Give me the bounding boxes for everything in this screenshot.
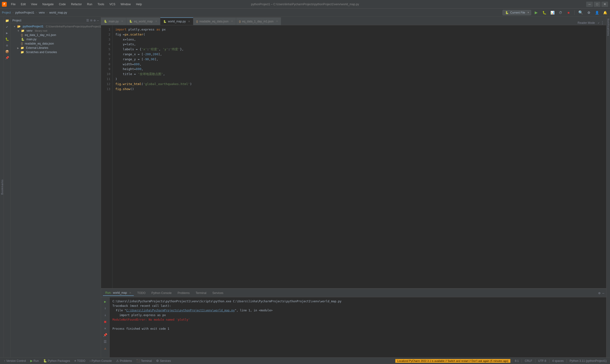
statusbar-indent[interactable]: 4 spaces: [551, 359, 565, 363]
statusbar-problems[interactable]: ⚠ Problems: [114, 359, 134, 363]
project-breadcrumb[interactable]: Project: [2, 11, 11, 14]
stop-run-icon[interactable]: ■: [103, 319, 108, 325]
commit-icon[interactable]: ✔: [4, 24, 10, 29]
user-button[interactable]: 👤: [594, 10, 600, 16]
statusbar-crlf[interactable]: CRLF: [523, 359, 533, 363]
tree-item-venv[interactable]: ▼ 📁 venv library root: [11, 29, 101, 33]
tree-item-scratches[interactable]: ▶ 📁 Scratches and Consoles: [11, 50, 101, 54]
menu-refactor[interactable]: Refactor: [69, 2, 84, 7]
bottom-panel: Run: world_map ✕ TODO Python Console Pro…: [101, 288, 606, 357]
tree-item-ext-libs-label: External Libraries: [26, 46, 48, 50]
tree-item-root[interactable]: ▼ 📂 pythonProject1 C:\Users\linha\Pychar…: [11, 24, 101, 29]
tab-main-py[interactable]: 🐍 main.py ✕: [101, 17, 126, 25]
reader-mode-button[interactable]: Reader Mode: [576, 21, 597, 25]
minimize-button[interactable]: ─: [586, 2, 593, 7]
tree-hide-icon[interactable]: —: [97, 19, 99, 22]
menu-window[interactable]: Window: [118, 2, 133, 7]
menu-file[interactable]: File: [9, 2, 18, 7]
tab-world-map-close[interactable]: ✕: [188, 20, 190, 23]
venv-breadcrumb[interactable]: venv: [39, 11, 45, 14]
tree-item-readable-json[interactable]: {} readable_eq_data.json: [11, 41, 101, 46]
pin-icon[interactable]: 📌: [4, 55, 10, 61]
tab-eq-data-close[interactable]: ✕: [276, 20, 278, 23]
search-everywhere-button[interactable]: 🔍: [578, 10, 584, 16]
tree-scope-icon[interactable]: ☰: [86, 19, 89, 22]
bottom-settings-icon[interactable]: ⚙: [598, 291, 600, 295]
statusbar-run[interactable]: ▶ Run: [28, 359, 41, 363]
pin-run-icon[interactable]: 📌: [103, 332, 108, 338]
tab-eq-world-map[interactable]: 🐍 eq_world_map ✕: [126, 17, 160, 25]
file-breadcrumb[interactable]: world_map.py: [49, 11, 67, 14]
statusbar-warning[interactable]: Localized PyCharm 2022.3.1 is available …: [395, 359, 510, 363]
settings-run-icon[interactable]: ☰: [103, 339, 108, 344]
statusbar-todo[interactable]: ≡ TODO: [72, 359, 87, 363]
run-config-selector[interactable]: 🐍 Current File ▼: [503, 10, 531, 15]
settings-button[interactable]: ⚙: [586, 10, 592, 16]
statusbar-encoding[interactable]: UTF-8: [537, 359, 548, 363]
scroll-up-icon[interactable]: ↑: [103, 305, 108, 311]
tab-eq-data[interactable]: {} eq_data_1_day_m1.json ✕: [236, 17, 281, 25]
scroll-down-icon[interactable]: ↓: [103, 312, 108, 318]
menu-help[interactable]: Help: [134, 2, 144, 7]
code-line-6: range_x = [-200,200],: [115, 52, 603, 57]
checkmark-icon[interactable]: ✓: [598, 21, 599, 25]
app-name-breadcrumb[interactable]: pythonProject1: [15, 11, 34, 14]
bottom-tab-problems[interactable]: Problems: [175, 290, 192, 296]
tab-readable-close[interactable]: ✕: [231, 20, 233, 23]
stop-button[interactable]: ■: [565, 10, 572, 16]
menu-edit[interactable]: Edit: [18, 2, 28, 7]
bottom-tab-terminal[interactable]: Terminal: [193, 290, 209, 296]
menu-tools[interactable]: Tools: [95, 2, 106, 7]
statusbar-vcs-label: Version Control: [6, 359, 26, 363]
close-button[interactable]: ✕: [601, 2, 608, 7]
menu-navigate[interactable]: Navigate: [40, 2, 56, 7]
menu-view[interactable]: View: [29, 2, 39, 7]
tab-main-py-close[interactable]: ✕: [121, 20, 123, 23]
run-button[interactable]: ▶: [533, 10, 539, 16]
statusbar-todo-label: TODO: [77, 359, 85, 363]
tab-readable-eq[interactable]: {} readable_eq_data.json ✕: [193, 17, 236, 25]
statusbar-python-version[interactable]: Python 3.11 (pythonProject1): [568, 359, 608, 363]
statusbar-python-console[interactable]: › Python Console: [88, 359, 114, 363]
bottom-minimize-icon[interactable]: —: [602, 291, 604, 295]
run-again-icon[interactable]: ▶: [103, 299, 108, 304]
bottom-tab-python-console[interactable]: Python Console: [149, 290, 174, 296]
tree-collapse-icon[interactable]: ⊟: [91, 19, 92, 22]
debug-icon[interactable]: 🐛: [4, 36, 10, 42]
tree-item-eq-json[interactable]: {} eq_data_1_day_m1.json: [11, 33, 101, 37]
profile-button[interactable]: ⏱: [557, 10, 564, 16]
menu-run[interactable]: Run: [85, 2, 95, 7]
run-icon[interactable]: ▶: [4, 30, 10, 36]
statusbar-vcs[interactable]: ↑ Version Control: [2, 359, 28, 363]
coverage-button[interactable]: 📊: [549, 10, 556, 16]
bookmarks-tab[interactable]: Bookmarks: [1, 179, 4, 195]
menu-code[interactable]: Code: [56, 2, 68, 7]
bottom-tab-run[interactable]: Run: world_map ✕: [103, 290, 134, 296]
statusbar-python-packages[interactable]: 🐍 Python Packages: [41, 359, 72, 363]
error-icon[interactable]: ⚠: [103, 345, 108, 351]
notifications-button[interactable]: 🔔: [602, 10, 608, 16]
tree-settings-icon[interactable]: ⚙: [94, 19, 96, 22]
tree-item-ext-libs[interactable]: ▶ 📁 External Libraries: [11, 46, 101, 50]
services-icon[interactable]: ⚙: [4, 42, 10, 48]
bottom-tab-todo[interactable]: TODO: [135, 290, 148, 296]
tabs-more-icon[interactable]: ⋮: [600, 21, 604, 25]
debug-button[interactable]: 🐛: [541, 10, 547, 16]
python-packages-icon[interactable]: 📦: [4, 49, 10, 54]
maximize-button[interactable]: □: [594, 2, 600, 7]
notifications-label[interactable]: Notifications: [607, 19, 610, 36]
tab-world-map[interactable]: 🐍 world_map.py ✕: [160, 17, 194, 25]
menu-vcs[interactable]: VCS: [107, 2, 118, 7]
close-run-icon[interactable]: ✕: [103, 325, 108, 331]
statusbar-services[interactable]: ⚙ Services: [154, 359, 173, 363]
bottom-tab-services[interactable]: Services: [210, 290, 226, 296]
tree-item-main-py[interactable]: 🐍 main.py: [11, 37, 101, 41]
file-link[interactable]: C:\Users\linha\PycharmProjects\pythonPro…: [126, 309, 235, 312]
code-content[interactable]: import plotly.express as px fig =px.scat…: [113, 25, 606, 288]
statusbar-terminal[interactable]: ⬛ Terminal: [134, 359, 154, 363]
py-icon: 🐍: [21, 38, 25, 41]
statusbar-position[interactable]: 8:1: [514, 359, 520, 363]
code-editor[interactable]: 12345 678910 111213 import plotly.expres…: [101, 25, 606, 288]
tab-eq-close[interactable]: ✕: [155, 20, 157, 23]
project-view-icon[interactable]: 📁: [4, 18, 10, 23]
